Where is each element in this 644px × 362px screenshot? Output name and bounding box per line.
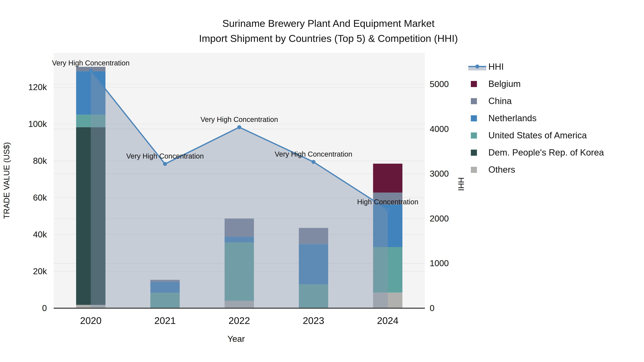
legend-item-hhi[interactable]: HHI [468, 62, 504, 72]
legend-hhi-marker-sample [475, 64, 479, 68]
y-left-tick-20k: 20k [33, 267, 47, 276]
y-right-tick-4000: 4000 [430, 124, 449, 134]
y-left-tick-60k: 60k [33, 193, 47, 202]
legend-label-others: Others [488, 165, 515, 175]
x-tick-2024: 2024 [377, 315, 398, 326]
annotation-2022: Very High Concentration [200, 115, 278, 123]
hhi-marker-2023[interactable] [312, 160, 316, 164]
legend-item-united-states-of-america[interactable]: United States of America [471, 130, 587, 140]
legend-label-belgium: Belgium [488, 79, 521, 89]
legend-label-china: China [488, 96, 512, 106]
legend-swatch-others [471, 167, 477, 173]
legend-swatch-china [471, 98, 477, 104]
y-right-tick-2000: 2000 [430, 214, 449, 223]
legend-item-netherlands[interactable]: Netherlands [471, 113, 537, 123]
x-tick-2022: 2022 [228, 315, 250, 326]
legend-swatch-dem-people-s-rep-of-korea [471, 150, 477, 156]
annotation-2020: Very High Concentration [52, 59, 130, 67]
legend-swatch-united-states-of-america [471, 132, 477, 139]
y-left-tick-80k: 80k [33, 156, 47, 166]
x-tick-2020: 2020 [80, 315, 102, 326]
legend-swatch-belgium [471, 81, 477, 87]
chart-title-line2: Import Shipment by Countries (Top 5) & C… [199, 33, 458, 44]
x-axis-title: Year [228, 334, 245, 344]
chart-canvas: Very High ConcentrationVery High Concent… [0, 0, 644, 362]
annotation-2021: Very High Concentration [126, 152, 204, 160]
left-axis-title: TRADE VALUE (US$) [2, 142, 11, 219]
chart-figure: Very High ConcentrationVery High Concent… [0, 0, 644, 362]
y-left-tick-40k: 40k [33, 230, 47, 239]
chart-title-line1: Suriname Brewery Plant And Equipment Mar… [222, 18, 434, 29]
annotation-2024: High Concentration [357, 198, 418, 206]
y-left-tick-100k: 100k [28, 119, 47, 129]
legend-item-others[interactable]: Others [471, 165, 515, 175]
y-right-tick-3000: 3000 [430, 169, 449, 178]
y-left-tick-120k: 120k [28, 82, 47, 92]
legend-label-hhi: HHI [488, 62, 504, 72]
bar-segment-2024-belgium[interactable] [373, 164, 402, 193]
x-tick-2023: 2023 [303, 315, 324, 326]
hhi-marker-2021[interactable] [163, 162, 167, 166]
legend-item-china[interactable]: China [471, 96, 512, 106]
right-axis-title: HHI [457, 177, 466, 191]
annotation-2023: Very High Concentration [275, 150, 352, 158]
y-left-tick-0: 0 [42, 303, 47, 313]
legend-swatch-netherlands [471, 115, 477, 121]
hhi-marker-2022[interactable] [238, 125, 241, 129]
legend-label-dem-people-s-rep-of-korea: Dem. People's Rep. of Korea [488, 147, 604, 157]
y-right-tick-0: 0 [430, 303, 434, 313]
legend-label-netherlands: Netherlands [488, 113, 537, 123]
hhi-marker-2020[interactable] [89, 69, 93, 73]
hhi-marker-2024[interactable] [386, 208, 390, 212]
legend-label-united-states-of-america: United States of America [488, 130, 587, 140]
x-tick-2021: 2021 [154, 315, 176, 326]
y-right-tick-1000: 1000 [430, 259, 449, 268]
legend-item-belgium[interactable]: Belgium [471, 79, 521, 89]
y-right-tick-5000: 5000 [430, 79, 449, 89]
legend-item-dem-people-s-rep-of-korea[interactable]: Dem. People's Rep. of Korea [471, 147, 604, 157]
